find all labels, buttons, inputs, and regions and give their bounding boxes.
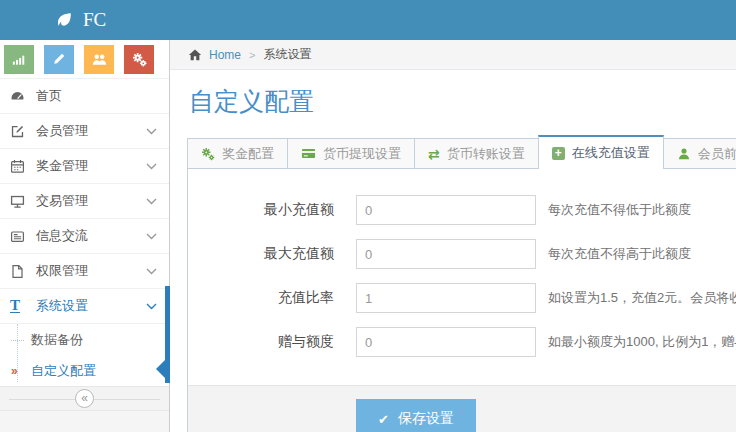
chevron-down-icon: [146, 163, 157, 170]
exchange-icon: ⇄: [428, 146, 440, 162]
chevron-down-icon: [146, 233, 157, 240]
sidebar-collapse-button[interactable]: «: [75, 389, 94, 408]
check-icon: ✔: [378, 412, 389, 427]
leaf-logo-icon: [54, 10, 74, 30]
sidebar-item-label: 交易管理: [36, 192, 146, 210]
file-icon: [10, 264, 34, 279]
max-recharge-help: 每次充值不得高于此额度: [548, 245, 691, 263]
breadcrumb: Home > 系统设置: [170, 40, 736, 70]
chart-shortcut-button[interactable]: [4, 45, 34, 74]
sidebar-collapse-row: «: [0, 386, 169, 411]
gift-amount-help: 如最小额度为1000, 比例为1，赠与为100: [548, 333, 736, 351]
dashboard-icon: [10, 89, 34, 104]
plus-square-icon: +: [552, 147, 565, 160]
submenu-item-data-backup[interactable]: 数据备份: [0, 324, 169, 355]
sidebar-item-messages[interactable]: 信息交流: [0, 218, 169, 253]
form-row: 充值比率 如设置为1.5，充值2元。会员将收到3元: [188, 283, 736, 313]
sidebar-item-members[interactable]: 会员管理: [0, 113, 169, 148]
chevron-down-icon: [146, 128, 157, 135]
submenu-item-custom-config[interactable]: » 自定义配置: [0, 355, 169, 386]
max-recharge-input[interactable]: [356, 239, 536, 269]
tab-online-recharge-settings[interactable]: + 在线充值设置: [538, 135, 664, 169]
sidebar-item-label: 会员管理: [36, 122, 146, 140]
min-recharge-input[interactable]: [356, 195, 536, 225]
sidebar-item-bonus[interactable]: 奖金管理: [0, 148, 169, 183]
chevron-down-icon: [146, 268, 157, 275]
tab-bonus-config[interactable]: 奖金配置: [187, 138, 288, 169]
tab-member-front-settings[interactable]: 会员前台设置: [663, 138, 736, 169]
edit-icon: [10, 124, 34, 139]
settings-tabs: 奖金配置 货币提现设置 ⇄ 货币转账设置 + 在线充值设置: [187, 135, 736, 169]
form-row: 最小充值额 每次充值不得低于此额度: [188, 195, 736, 225]
gears-shortcut-button[interactable]: [124, 45, 154, 74]
text-width-icon: T: [10, 299, 34, 313]
tree-dash-icon: [11, 340, 24, 341]
sidebar-item-label: 系统设置: [36, 297, 146, 315]
home-icon: [188, 48, 202, 62]
form-row: 最大充值额 每次充值不得高于此额度: [188, 239, 736, 269]
recharge-settings-form: 最小充值额 每次充值不得低于此额度 最大充值额 每次充值不得高于此额度 充值比率…: [188, 169, 736, 385]
submenu-item-label: 自定义配置: [31, 362, 96, 380]
gears-icon: [132, 52, 147, 67]
pencil-icon: [52, 52, 66, 66]
cogs-icon: [201, 147, 215, 161]
calendar-icon: [10, 159, 34, 174]
pencil-shortcut-button[interactable]: [44, 45, 74, 74]
sidebar-item-permissions[interactable]: 权限管理: [0, 253, 169, 288]
top-navbar: FC: [0, 0, 736, 40]
tab-label: 奖金配置: [222, 145, 274, 163]
page-title: 自定义配置: [189, 85, 736, 118]
bar-chart-icon: [12, 52, 26, 66]
tab-transfer-settings[interactable]: ⇄ 货币转账设置: [414, 138, 539, 169]
sidebar: 首页 会员管理 奖金管理: [0, 40, 170, 432]
double-angle-icon: »: [11, 364, 18, 378]
list-icon: [10, 229, 34, 244]
tab-label: 货币转账设置: [447, 145, 525, 163]
sidebar-item-label: 首页: [36, 87, 157, 105]
form-row: 赠与额度 如最小额度为1000, 比例为1，赠与为100: [188, 327, 736, 357]
save-settings-button[interactable]: ✔ 保存设置: [356, 399, 476, 432]
tab-withdraw-settings[interactable]: 货币提现设置: [287, 138, 415, 169]
chevron-down-icon: [146, 303, 157, 310]
chevron-down-icon: [146, 198, 157, 205]
tab-label: 在线充值设置: [572, 144, 650, 162]
credit-card-icon: [301, 146, 316, 161]
sidebar-menu: 首页 会员管理 奖金管理: [0, 78, 169, 323]
tab-panel: 最小充值额 每次充值不得低于此额度 最大充值额 每次充值不得高于此额度 充值比率…: [187, 168, 736, 432]
sidebar-shortcuts: [0, 40, 169, 78]
sidebar-item-label: 信息交流: [36, 227, 146, 245]
form-actions: ✔ 保存设置: [188, 385, 736, 432]
sidebar-item-label: 奖金管理: [36, 157, 146, 175]
user-icon: [677, 147, 691, 161]
users-icon: [92, 52, 107, 67]
brand-title: FC: [83, 9, 106, 31]
breadcrumb-current: 系统设置: [263, 46, 311, 63]
users-shortcut-button[interactable]: [84, 45, 114, 74]
gift-amount-label: 赠与额度: [188, 333, 334, 351]
sidebar-filler: [0, 411, 169, 432]
tab-label: 会员前台设置: [698, 145, 736, 163]
max-recharge-label: 最大充值额: [188, 245, 334, 263]
sidebar-item-home[interactable]: 首页: [0, 78, 169, 113]
main-area: Home > 系统设置 自定义配置 奖金配置 货币提现设置: [170, 40, 736, 432]
min-recharge-label: 最小充值额: [188, 201, 334, 219]
sidebar-item-trade[interactable]: 交易管理: [0, 183, 169, 218]
recharge-ratio-label: 充值比率: [188, 289, 334, 307]
breadcrumb-separator: >: [249, 49, 255, 61]
sidebar-item-label: 权限管理: [36, 262, 146, 280]
page-content: 自定义配置 奖金配置 货币提现设置 ⇄ 货币转账设置: [170, 70, 736, 432]
system-settings-submenu: 数据备份 » 自定义配置: [0, 323, 169, 386]
tab-label: 货币提现设置: [323, 145, 401, 163]
min-recharge-help: 每次充值不得低于此额度: [548, 201, 691, 219]
desktop-icon: [10, 194, 34, 209]
submenu-item-label: 数据备份: [31, 331, 83, 349]
gift-amount-input[interactable]: [356, 327, 536, 357]
sidebar-item-system-settings[interactable]: T 系统设置: [0, 288, 169, 323]
active-menu-arrow: [156, 359, 166, 379]
save-button-label: 保存设置: [398, 410, 454, 428]
breadcrumb-home-link[interactable]: Home: [209, 48, 241, 62]
recharge-ratio-input[interactable]: [356, 283, 536, 313]
page-layout: 首页 会员管理 奖金管理: [0, 40, 736, 432]
recharge-ratio-help: 如设置为1.5，充值2元。会员将收到3元: [548, 289, 736, 307]
